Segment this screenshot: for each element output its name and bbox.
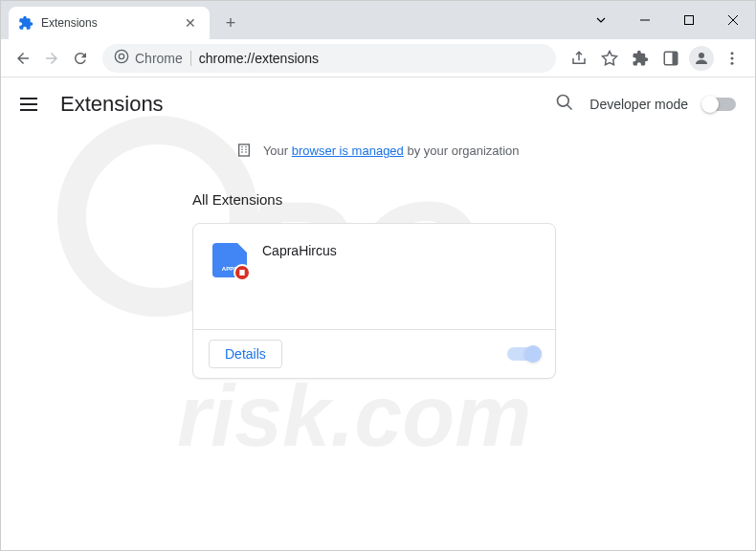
content-area: All Extensions CapraHircus Details xyxy=(1,172,755,379)
window-maximize-icon[interactable] xyxy=(667,6,711,34)
tab-title: Extensions xyxy=(41,16,181,30)
managed-text-before: Your xyxy=(263,143,292,158)
chrome-icon xyxy=(114,49,129,68)
reload-button[interactable] xyxy=(66,44,95,73)
window-dropdown-icon[interactable] xyxy=(579,6,623,34)
hamburger-menu-icon[interactable] xyxy=(20,93,43,116)
window-controls xyxy=(579,1,755,39)
managed-banner: Your browser is managed by your organiza… xyxy=(1,131,755,172)
omnibox-prefix: Chrome xyxy=(135,51,183,66)
browser-toolbar: Chrome chrome://extensions xyxy=(1,39,755,77)
svg-point-15 xyxy=(731,61,734,64)
menu-dots-icon[interactable] xyxy=(717,43,747,74)
svg-point-8 xyxy=(115,50,127,62)
browser-tab[interactable]: Extensions ✕ xyxy=(9,7,210,39)
window-close-icon[interactable] xyxy=(711,6,755,34)
omnibox-separator xyxy=(190,51,191,66)
extensions-header: Extensions Developer mode xyxy=(1,77,755,131)
omnibox-url: chrome://extensions xyxy=(199,51,545,66)
forward-button[interactable] xyxy=(37,44,66,73)
extension-app-icon xyxy=(212,243,247,277)
share-icon[interactable] xyxy=(564,43,594,74)
svg-point-9 xyxy=(119,54,123,58)
svg-point-14 xyxy=(731,56,734,59)
developer-mode-label: Developer mode xyxy=(589,97,688,112)
svg-rect-5 xyxy=(685,16,694,25)
section-title: All Extensions xyxy=(192,191,755,208)
back-button[interactable] xyxy=(9,44,37,73)
extension-card: CapraHircus Details xyxy=(192,223,556,379)
extension-puzzle-icon xyxy=(18,15,33,31)
window-minimize-icon[interactable] xyxy=(623,6,667,34)
managed-link[interactable]: browser is managed xyxy=(292,143,404,158)
extension-name: CapraHircus xyxy=(262,243,337,310)
building-icon xyxy=(236,143,252,161)
tab-close-icon[interactable]: ✕ xyxy=(181,13,200,33)
svg-point-13 xyxy=(731,52,734,55)
svg-point-16 xyxy=(558,96,569,107)
profile-avatar[interactable] xyxy=(686,43,717,74)
developer-mode-toggle[interactable] xyxy=(703,98,736,111)
svg-rect-11 xyxy=(673,52,678,65)
svg-rect-25 xyxy=(239,270,244,276)
new-tab-button[interactable]: + xyxy=(217,10,244,36)
bookmark-star-icon[interactable] xyxy=(594,43,625,74)
extensions-puzzle-icon[interactable] xyxy=(625,43,656,74)
svg-line-17 xyxy=(567,105,572,110)
sidepanel-icon[interactable] xyxy=(656,43,686,74)
extension-enable-toggle[interactable] xyxy=(507,347,540,361)
card-footer: Details xyxy=(193,329,555,378)
window-titlebar: Extensions ✕ + xyxy=(1,1,755,39)
card-body: CapraHircus xyxy=(193,224,555,329)
address-bar[interactable]: Chrome chrome://extensions xyxy=(102,44,556,73)
svg-rect-18 xyxy=(239,144,250,156)
svg-text:risk.com: risk.com xyxy=(177,368,531,464)
details-button[interactable]: Details xyxy=(209,340,282,368)
managed-badge-icon xyxy=(233,264,251,281)
svg-point-12 xyxy=(699,53,704,58)
page-title: Extensions xyxy=(60,92,164,117)
search-icon[interactable] xyxy=(555,93,574,116)
managed-text-after: by your organization xyxy=(404,143,520,158)
